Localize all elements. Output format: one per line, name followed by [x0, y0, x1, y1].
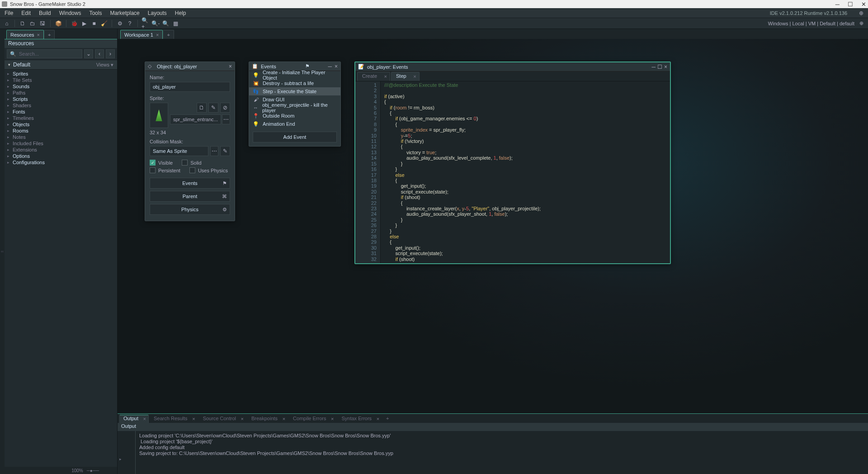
new-sprite-button[interactable]: 🗋	[197, 103, 207, 113]
menu-tools[interactable]: Tools	[89, 10, 102, 16]
output-tab-compile-errors[interactable]: Compile Errors×	[289, 415, 336, 423]
add-output-tab[interactable]: +	[383, 415, 392, 423]
game-options-icon[interactable]: ⚙	[116, 19, 124, 28]
uses-physics-checkbox[interactable]: Uses Physics	[189, 167, 228, 173]
close-tab-icon[interactable]: ×	[384, 74, 387, 79]
physics-button[interactable]: Physics⚙	[150, 204, 230, 215]
zoom-in-icon[interactable]: 🔍+	[142, 19, 150, 28]
zoom-slider[interactable]: ─●──	[87, 468, 99, 473]
event-item[interactable]: 👣Step - Execute the State	[249, 87, 340, 95]
close-tab-icon[interactable]: ×	[143, 416, 146, 422]
minimize-button[interactable]: ─	[835, 1, 840, 8]
tree-item-timelines[interactable]: Timelines	[5, 115, 117, 121]
close-workspace-icon[interactable]: ×	[156, 32, 159, 38]
mask-menu-button[interactable]: ⋯	[210, 146, 218, 156]
tree-item-scripts[interactable]: Scripts	[5, 96, 117, 102]
run-icon[interactable]: ▶	[80, 19, 88, 28]
solid-checkbox[interactable]: Solid	[182, 160, 201, 166]
tree-item-paths[interactable]: Paths	[5, 90, 117, 96]
code-editor[interactable]: ///@description Execute the State if (ac…	[381, 81, 670, 263]
dock-icon[interactable]: ▦	[171, 19, 179, 28]
resources-tab[interactable]: Resources ×	[6, 30, 44, 39]
nav-forward-button[interactable]: ›	[106, 49, 115, 58]
output-tab-syntax-errors[interactable]: Syntax Errors×	[337, 415, 382, 423]
close-object-window[interactable]: ×	[229, 63, 232, 70]
close-tab-icon[interactable]: ×	[377, 416, 379, 422]
tree-item-sprites[interactable]: Sprites	[5, 71, 117, 77]
code-tab-step[interactable]: Step×	[391, 72, 420, 81]
help-icon[interactable]: ?	[126, 19, 134, 28]
left-dock-handle[interactable]: ‹‹	[0, 29, 5, 474]
workspace-tab[interactable]: Workspace 1 ×	[120, 30, 163, 39]
menu-build[interactable]: Build	[39, 10, 51, 16]
menu-help[interactable]: Help	[175, 10, 186, 16]
sprite-preview[interactable]	[150, 103, 168, 128]
search-input[interactable]: 🔍 Search...	[7, 49, 82, 58]
output-tab-breakpoints[interactable]: Breakpoints×	[247, 415, 288, 423]
tree-item-sounds[interactable]: Sounds	[5, 83, 117, 90]
tree-item-tile-sets[interactable]: Tile Sets	[5, 77, 117, 83]
close-button[interactable]: ✕	[861, 1, 866, 8]
event-item[interactable]: 💡Create - Initialize The Player Object	[249, 71, 340, 79]
menu-layouts[interactable]: Layouts	[148, 10, 167, 16]
add-workspace-button[interactable]: +	[163, 30, 174, 39]
parent-button[interactable]: Parent⌘	[150, 191, 230, 202]
output-tab-source-control[interactable]: Source Control×	[199, 415, 246, 423]
close-tab-icon[interactable]: ×	[331, 416, 334, 422]
event-item[interactable]: 💡Animation End	[249, 120, 340, 128]
search-dropdown[interactable]: ⌄	[84, 49, 93, 58]
persistent-checkbox[interactable]: Persistent	[150, 167, 180, 173]
new-project-icon[interactable]: 🗋	[19, 19, 27, 28]
add-panel-tab[interactable]: +	[44, 30, 55, 39]
menu-file[interactable]: File	[5, 10, 13, 16]
minimize-code-icon[interactable]: ─	[651, 64, 656, 70]
home-icon[interactable]: ⌂	[3, 19, 11, 28]
sprite-menu-button[interactable]: ⋯	[222, 114, 230, 124]
resource-view-selector[interactable]: ▾ Default Views ▾	[5, 60, 117, 70]
zoom-reset-icon[interactable]: 🔍	[161, 19, 170, 28]
close-tab-icon[interactable]: ×	[37, 32, 40, 38]
sprite-name-field[interactable]: spr_slime_entranc...	[170, 114, 221, 124]
close-tab-icon[interactable]: ×	[413, 74, 416, 79]
save-icon[interactable]: 🖫	[38, 19, 47, 28]
tree-item-notes[interactable]: Notes	[5, 134, 117, 140]
maximize-button[interactable]: ☐	[848, 1, 853, 8]
tree-item-rooms[interactable]: Rooms	[5, 128, 117, 134]
close-tab-icon[interactable]: ×	[283, 416, 285, 422]
code-window-titlebar[interactable]: 📝 obj_player: Events ─ ☐ ×	[355, 62, 670, 71]
debug-icon[interactable]: 🐞	[70, 19, 78, 28]
tree-item-included-files[interactable]: Included Files	[5, 140, 117, 147]
maximize-code-icon[interactable]: ☐	[657, 64, 662, 70]
object-name-input[interactable]	[150, 82, 230, 92]
menu-windows[interactable]: Windows	[59, 10, 81, 16]
clear-sprite-button[interactable]: ⊘	[220, 103, 230, 113]
output-tab-search-results[interactable]: Search Results×	[150, 415, 198, 423]
create-exe-icon[interactable]: 📦	[54, 19, 62, 28]
tree-item-shaders[interactable]: Shaders	[5, 102, 117, 109]
tree-item-configurations[interactable]: Configurations	[5, 159, 117, 166]
close-tab-icon[interactable]: ×	[192, 416, 195, 422]
zoom-out-icon[interactable]: 🔍-	[151, 19, 160, 28]
collision-mask-select[interactable]: Same As Sprite	[150, 146, 208, 156]
edit-mask-button[interactable]: ✎	[220, 146, 230, 156]
visible-checkbox[interactable]: Visible	[150, 160, 173, 166]
target-icon[interactable]: ⊕	[857, 19, 865, 28]
clean-icon[interactable]: 🧹	[100, 19, 108, 28]
minimize-events-icon[interactable]: ─	[328, 63, 332, 70]
close-tab-icon[interactable]: ×	[241, 416, 244, 422]
close-code-window[interactable]: ×	[664, 64, 667, 70]
tree-item-extensions[interactable]: Extensions	[5, 147, 117, 153]
events-button[interactable]: Events⚑	[150, 178, 230, 189]
code-tab-create[interactable]: Create×	[357, 72, 390, 81]
nav-back-button[interactable]: ‹	[95, 49, 104, 58]
edit-sprite-button[interactable]: ✎	[208, 103, 218, 113]
tree-item-objects[interactable]: Objects	[5, 121, 117, 128]
close-events-window[interactable]: ×	[335, 63, 338, 70]
object-window-titlebar[interactable]: ◇ Object: obj_player ×	[145, 62, 235, 71]
notifications-icon[interactable]: ⊕	[859, 10, 863, 16]
workspace-canvas[interactable]: ◇ Object: obj_player × Name: Sprite: 🗋	[118, 39, 868, 413]
menu-edit[interactable]: Edit	[21, 10, 31, 16]
add-event-button[interactable]: Add Event	[253, 132, 337, 142]
event-item[interactable]: ↔obj_enemy_projectile - kill the player	[249, 104, 340, 112]
tree-item-fonts[interactable]: Fonts	[5, 109, 117, 115]
